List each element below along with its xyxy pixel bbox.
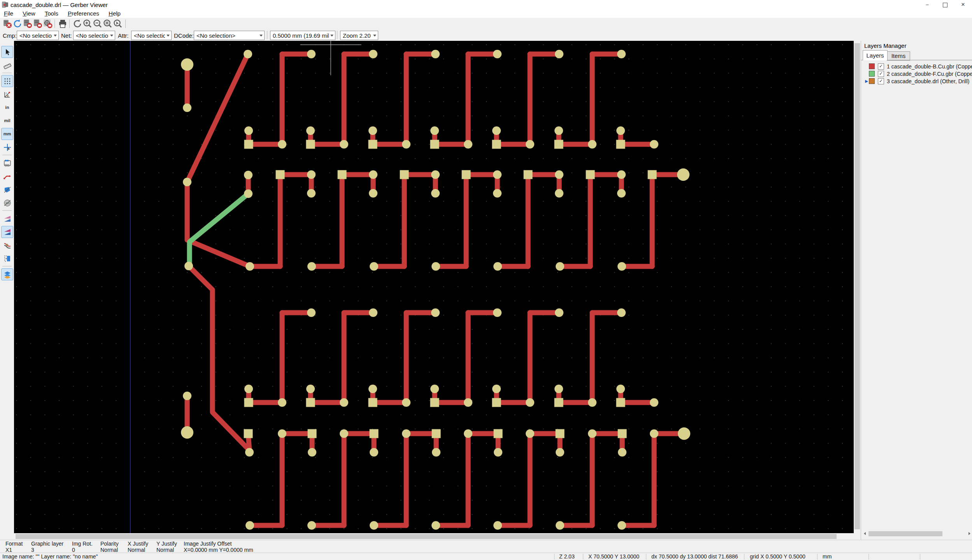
scroll-left-arrow[interactable] [861, 530, 868, 537]
cmp-select[interactable]: <No selection> [17, 31, 59, 40]
layer-color-swatch[interactable] [869, 71, 875, 77]
toolbar-separator [267, 31, 267, 39]
menu-view[interactable]: View [19, 9, 39, 18]
scroll-right-arrow[interactable] [966, 530, 972, 537]
net-select[interactable]: <No selection> [73, 31, 115, 40]
layer-color-swatch[interactable] [869, 63, 875, 69]
diff-mode-button[interactable] [1, 213, 13, 225]
chevron-down-icon [52, 35, 58, 37]
clear-all-layers-button[interactable] [2, 19, 12, 29]
open-gerber-file-button[interactable] [23, 19, 33, 29]
reload-layers-button[interactable] [12, 19, 23, 29]
status-relative-position: dx 70.5000 dy 13.0000 dist 71.6886 [651, 553, 738, 560]
tab-items[interactable]: Items [887, 51, 910, 61]
layer-color-swatch[interactable] [869, 78, 875, 84]
sketch-polygons-button[interactable] [1, 184, 13, 196]
layer-row-1[interactable]: ✓ 1 cascade_double-B.Cu.gbr (Copper, L2) [861, 63, 972, 70]
zoom-out-button[interactable] [93, 19, 103, 29]
open-job-file-button[interactable] [43, 19, 53, 29]
toolbar-separator [337, 31, 337, 39]
units-inches-button[interactable]: in [1, 102, 13, 114]
layer-visibility-checkbox[interactable]: ✓ [878, 71, 884, 77]
grid-size-value: 0.5000 mm (19.69 mils) [270, 32, 329, 39]
info-img-rot: Img Rot.0 [72, 541, 93, 553]
high-contrast-button[interactable] [1, 239, 13, 251]
info-x-justify: X JustifyNormal [128, 541, 148, 553]
layers-manager-panel: Layers Manager Layers Items ✓ 1 cascade_… [861, 41, 972, 540]
sketch-lines-button[interactable] [1, 170, 13, 182]
layer-row-2[interactable]: ✓ 2 cascade_double-F.Cu.gbr (Copper, L1) [861, 70, 972, 77]
panel-horizontal-scrollbar[interactable] [861, 530, 972, 537]
attr-select[interactable]: <No selection> [131, 31, 172, 40]
info-y-justify: Y JustifyNormal [156, 541, 177, 553]
canvas-horizontal-scrollbar[interactable] [14, 533, 854, 540]
filter-toolbar: Cmp: <No selection> Net: <No selection> … [0, 30, 972, 41]
dcode-select-value: <No selection> [194, 32, 258, 39]
layer-visibility-checkbox[interactable]: ✓ [878, 78, 884, 84]
maximize-icon [943, 3, 947, 7]
info-polarity: PolarityNormal [100, 541, 119, 553]
minimize-button[interactable]: – [918, 0, 936, 9]
print-button[interactable] [58, 19, 68, 29]
cmp-label: Cmp: [3, 32, 17, 39]
zoom-in-button[interactable] [82, 19, 93, 29]
status-grid: grid X 0.5000 Y 0.5000 [750, 553, 805, 560]
zoom-level-select[interactable]: Zoom 2.20 [340, 31, 378, 40]
units-mm-button[interactable]: mm [1, 128, 13, 140]
show-dcodes-button[interactable]: D0 [1, 197, 13, 209]
units-mils-button[interactable]: mil [1, 115, 13, 127]
layer-label[interactable]: 1 cascade_double-B.Cu.gbr (Copper, L2) [887, 63, 972, 70]
tab-layers[interactable]: Layers [863, 50, 888, 60]
dcode-select[interactable]: <No selection> [194, 31, 265, 40]
info-graphic-layer: Graphic layer3 [31, 541, 63, 553]
refresh-view-button[interactable] [72, 19, 82, 29]
current-layer-arrow: ▶ [861, 79, 868, 83]
scrollbar-thumb[interactable] [854, 43, 860, 529]
app-icon [2, 2, 8, 8]
scrollbar-thumb[interactable] [868, 531, 942, 536]
grid-toggle-button[interactable] [1, 75, 13, 87]
main-toolbar: 3 cascade_double.drl (Other, Drill) fmt:… [0, 18, 972, 30]
status-units: mm [823, 553, 832, 560]
layers-manager-toggle-button[interactable] [1, 268, 13, 280]
grid-size-select[interactable]: 0.5000 mm (19.69 mils) [270, 31, 335, 40]
chevron-down-icon [109, 35, 115, 37]
sketch-flashed-items-button[interactable] [1, 157, 13, 169]
menu-help[interactable]: Help [105, 9, 125, 18]
close-button[interactable]: ✕ [954, 0, 972, 9]
layers-manager-title: Layers Manager [864, 42, 906, 49]
toolbar-separator [125, 19, 126, 28]
cursor-shape-button[interactable] [1, 141, 13, 153]
gerber-view-canvas[interactable] [14, 41, 854, 533]
measure-tool-button[interactable] [1, 59, 13, 71]
menu-preferences[interactable]: Preferences [64, 9, 103, 18]
polar-coords-button[interactable]: rθ [1, 88, 13, 100]
scrollbar-thumb[interactable] [16, 534, 837, 539]
inches-icon: in [5, 106, 9, 109]
cmp-select-value: <No selection> [17, 32, 52, 39]
left-toolbar-separator [2, 210, 12, 211]
select-tool-button[interactable] [1, 46, 13, 58]
xor-mode-button[interactable] [1, 226, 13, 238]
layer-label[interactable]: 2 cascade_double-F.Cu.gbr (Copper, L1) [887, 71, 972, 77]
layer-label[interactable]: 3 cascade_double.drl (Other, Drill) [887, 78, 969, 84]
left-toolbar-separator [2, 155, 12, 155]
layer-row-3[interactable]: ▶ ✓ 3 cascade_double.drl (Other, Drill) [861, 77, 972, 85]
maximize-button[interactable] [936, 0, 954, 9]
svg-text:D0: D0 [5, 201, 10, 205]
menu-file[interactable]: File [0, 9, 17, 18]
left-toolbar: rθ in mil mm D0 [0, 41, 14, 540]
flip-view-button[interactable] [1, 252, 13, 264]
zoom-fit-button[interactable] [103, 19, 113, 29]
zoom-selection-button[interactable] [113, 19, 123, 29]
layer-visibility-checkbox[interactable]: ✓ [878, 63, 884, 70]
attr-select-value: <No selection> [132, 32, 165, 39]
status-cursor-position: X 70.5000 Y 13.0000 [588, 553, 639, 560]
mm-icon: mm [4, 132, 11, 136]
open-drill-file-button[interactable] [33, 19, 43, 29]
image-layer-name-status: Image name: "" Layer name: "no name" [2, 553, 98, 560]
menu-tools[interactable]: Tools [41, 9, 62, 18]
gerber-viewer-window: cascade_double.drl — Gerber Viewer – ✕ F… [0, 0, 972, 560]
canvas-vertical-scrollbar[interactable] [854, 41, 861, 533]
titlebar: cascade_double.drl — Gerber Viewer – ✕ [0, 0, 972, 9]
